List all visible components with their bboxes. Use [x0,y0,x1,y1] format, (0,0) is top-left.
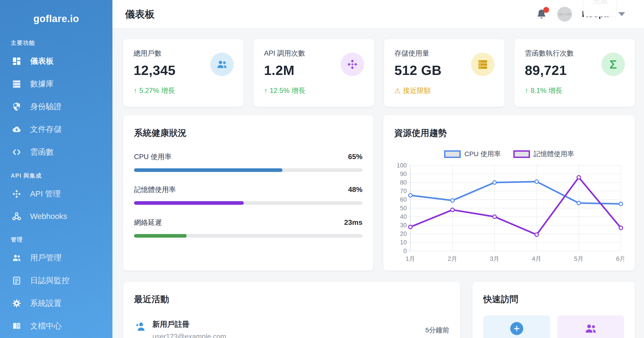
panel-title: 快速訪問 [483,293,624,305]
stat-delta: ↑ 12.5% 增長 [264,86,305,95]
sidebar-item-api[interactable]: API 管理 [10,182,102,205]
brand-logo: goflare.io [0,0,112,39]
activity-subtitle: user123@example.com [152,332,419,338]
notifications-bell-icon[interactable] [536,8,547,21]
sidebar-item-label: 儀表板 [30,56,54,66]
api-icon [341,53,364,76]
stat-card-functions: 雲函數執行次數 89,721 ↑ 8.1% 增長 Σ [514,39,635,107]
data-point [577,201,580,205]
svg-text:40: 40 [400,213,407,220]
sidebar-item-database[interactable]: 數據庫 [10,73,102,95]
svg-text:100: 100 [397,163,407,169]
top-header: 儀表板 完成 150 x 150 Koopa [112,0,644,29]
legend-label: 記憶體使用率 [534,149,574,159]
main-area: 儀表板 完成 150 x 150 Koopa 總用戶數 12,345 ↑ [112,0,644,338]
svg-text:4月: 4月 [532,255,542,262]
plus-icon [510,322,523,335]
sidebar-item-dashboard[interactable]: 儀表板 [10,50,102,73]
list-item[interactable]: 新用戶註冊 user123@example.com 5分鐘前 [134,319,449,338]
sidebar-item-users[interactable]: 用戶管理 [10,246,102,269]
data-point [450,199,454,202]
sidebar-nav: 主要功能 儀表板 數據庫 身份驗證 [0,39,112,337]
svg-text:1月: 1月 [406,255,415,262]
system-health-panel: 系統健康狀況 CPU 使用率 65% 記憶體使用率 48% [123,115,373,270]
stat-delta: ⚠ 接近限額 [394,86,431,95]
sidebar-item-settings[interactable]: 系統設置 [10,292,102,314]
page-title: 儀表板 [125,8,155,21]
svg-text:2月: 2月 [448,255,457,262]
stat-card-storage: 存儲使用量 512 GB ⚠ 接近限額 [384,39,504,107]
activity-timestamp: 5分鐘前 [425,326,449,335]
svg-text:60: 60 [400,196,407,203]
arrow-up-icon: ↑ [264,87,268,95]
data-point [450,208,454,212]
sidebar-item-functions[interactable]: 雲函數 [10,141,102,163]
metric-cpu: CPU 使用率 65% [134,152,362,172]
sidebar-item-storage[interactable]: 文件存儲 [10,118,102,141]
nav-section-label-main: 主要功能 [11,39,102,47]
legend-label: CPU 使用率 [464,149,501,159]
sidebar-item-label: 文件存儲 [30,124,62,135]
stat-card-api-calls: API 調用次數 1.2M ↑ 12.5% 增長 [254,39,374,107]
panel-title: 資源使用趨勢 [394,127,624,139]
dashboard-icon [12,56,22,66]
stat-delta: ↑ 5.27% 增長 [134,86,175,95]
app-root: goflare.io 主要功能 儀表板 數據庫 身份驗證 [0,0,644,338]
sidebar-item-auth[interactable]: 身份驗證 [10,95,102,118]
api-icon [12,189,22,199]
cloud-upload-icon [12,124,22,134]
legend-item[interactable]: CPU 使用率 [444,149,501,159]
recent-activity-panel: 最近活動 新用戶註冊 user123@example.com 5分鐘前 [123,282,460,338]
activity-title: 新用戶註冊 [152,319,419,329]
metric-memory: 記憶體使用率 48% [134,185,362,205]
svg-text:80: 80 [400,179,407,186]
progress-track [134,201,362,205]
sidebar-item-webhooks[interactable]: Webhooks [10,205,102,227]
cpu-progress-bar [134,168,282,172]
manage-users-button[interactable]: 管理用戶 [557,315,624,338]
data-point [535,180,538,183]
create-app-button[interactable]: 創建應用 [483,315,550,338]
progress-track [134,168,362,172]
quick-tiles: 創建應用 管理用戶 [483,315,624,338]
network-progress-bar [134,234,187,238]
metric-label: 記憶體使用率 [134,185,176,194]
svg-text:50: 50 [400,205,407,211]
notification-badge [543,7,549,13]
data-point [493,215,496,218]
arrow-up-icon: ↑ [525,87,528,95]
metric-label: CPU 使用率 [134,152,172,162]
gear-icon [12,298,22,308]
cpu-line [410,182,621,204]
storage-icon [471,53,494,76]
svg-text:10: 10 [400,239,407,246]
users-icon [584,322,597,335]
quick-access-panel: 快速訪問 創建應用 管理用戶 [472,282,635,338]
sidebar-item-label: 日誌與監控 [30,275,70,286]
arrow-up-icon: ↑ [134,87,137,95]
webhook-icon [12,211,22,221]
panel-title: 系統健康狀況 [134,127,362,139]
done-ghost-button[interactable]: 完成 [583,0,617,17]
data-point [493,181,496,184]
avatar[interactable]: 150 x 150 [557,7,572,22]
data-point [408,225,412,229]
svg-text:5月: 5月 [574,255,584,262]
stats-row: 總用戶數 12,345 ↑ 5.27% 增長 API 調用次數 1.2M ↑ [123,39,635,107]
metric-value: 23ms [344,218,362,227]
data-point [577,176,580,179]
data-point [535,233,538,236]
sidebar-item-docs[interactable]: 文檔中心 [10,314,102,337]
sigma-icon: Σ [602,53,625,76]
sidebar-item-label: 系統設置 [30,298,62,308]
data-point [619,202,623,206]
memory-progress-bar [134,201,244,205]
legend-item[interactable]: 記憶體使用率 [513,149,574,159]
svg-text:0: 0 [404,247,407,254]
metric-network: 網絡延遲 23ms [134,218,362,238]
data-point [619,226,623,229]
shield-icon [12,102,22,112]
chevron-down-icon[interactable] [618,12,625,16]
sidebar-item-logs[interactable]: 日誌與監控 [10,269,102,292]
metric-label: 網絡延遲 [134,218,162,227]
